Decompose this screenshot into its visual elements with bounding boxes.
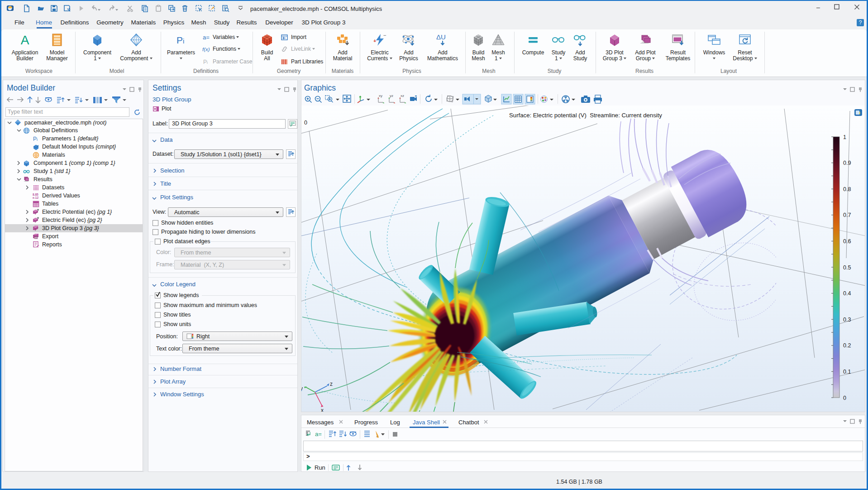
svg-text:0.9: 0.9 — [843, 160, 851, 166]
svg-text:e-12: e-12 — [33, 196, 38, 199]
svg-text:i: i — [183, 37, 184, 45]
svg-text:i: i — [37, 137, 38, 142]
svg-text:0.5: 0.5 — [843, 264, 851, 271]
svg-text:a=: a= — [315, 431, 322, 437]
svg-text:Run: Run — [315, 464, 325, 471]
svg-text:y: y — [301, 385, 303, 392]
svg-text:f(x): f(x) — [202, 47, 210, 52]
svg-text:0: 0 — [843, 395, 846, 401]
svg-text:P: P — [33, 136, 37, 142]
svg-text:59: 59 — [35, 237, 38, 239]
svg-text:+: + — [373, 38, 376, 43]
svg-text:xy: xy — [379, 94, 382, 98]
svg-text:0.3: 0.3 — [843, 317, 851, 323]
svg-text:0.1: 0.1 — [843, 369, 851, 375]
svg-text:0.8: 0.8 — [843, 186, 851, 192]
svg-text:0.4: 0.4 — [843, 290, 851, 297]
svg-text:Pi: Pi — [203, 59, 208, 65]
svg-text:xz: xz — [401, 94, 404, 98]
svg-text:1: 1 — [843, 134, 846, 140]
svg-text:x: x — [321, 407, 324, 412]
svg-text:0.2: 0.2 — [843, 342, 851, 349]
svg-text:Surface: Electric potential (V: Surface: Electric potential (V) Streamli… — [509, 112, 662, 119]
svg-text:P: P — [176, 35, 183, 45]
svg-text:−: − — [383, 33, 386, 38]
svg-text:8.85: 8.85 — [33, 193, 38, 196]
svg-text:z: z — [330, 381, 333, 387]
svg-text:0.7: 0.7 — [843, 212, 851, 218]
svg-text:A: A — [21, 33, 29, 47]
svg-text:yz: yz — [390, 94, 393, 98]
svg-text:ΔU: ΔU — [436, 33, 446, 41]
svg-text:0.6: 0.6 — [843, 238, 851, 245]
svg-text:a=: a= — [203, 34, 210, 41]
svg-text:0: 0 — [304, 120, 307, 126]
